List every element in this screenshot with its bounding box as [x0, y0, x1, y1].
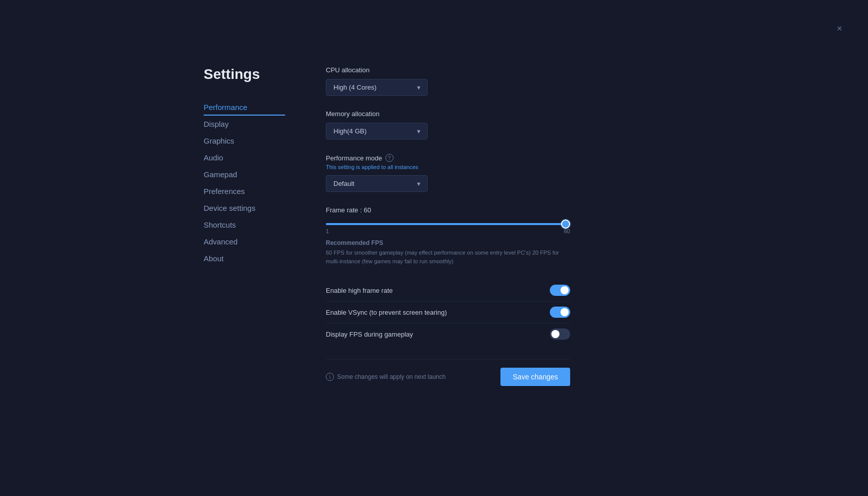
- footer-row: i Some changes will apply on next launch…: [326, 359, 570, 386]
- sidebar-item-display[interactable]: Display: [204, 116, 285, 132]
- frame-rate-slider-container: 1 60: [326, 218, 570, 234]
- memory-allocation-wrapper: High(4 GB) Low(1 GB) Medium(2 GB) Ultra(…: [326, 123, 428, 140]
- memory-allocation-section: Memory allocation High(4 GB) Low(1 GB) M…: [326, 110, 570, 140]
- performance-mode-help-icon[interactable]: ?: [385, 154, 394, 162]
- sidebar-item-audio[interactable]: Audio: [204, 149, 285, 166]
- footer-note: i Some changes will apply on next launch: [326, 373, 445, 381]
- cpu-allocation-select[interactable]: High (4 Cores) Low (1 Core) Medium (2 Co…: [326, 79, 428, 96]
- performance-mode-subtext: This setting is applied to all instances: [326, 164, 570, 170]
- sidebar: Settings Performance Display Graphics Au…: [204, 66, 285, 386]
- memory-allocation-label: Memory allocation: [326, 110, 570, 118]
- toggle-row-vsync: Enable VSync (to prevent screen tearing): [326, 301, 570, 323]
- sidebar-item-gamepad[interactable]: Gamepad: [204, 166, 285, 183]
- toggle-row-display-fps: Display FPS during gameplay: [326, 323, 570, 345]
- page-title: Settings: [204, 66, 285, 82]
- recommended-fps-desc: 60 FPS for smoother gameplay (may effect…: [326, 249, 570, 265]
- frame-rate-slider[interactable]: [326, 223, 570, 225]
- footer-note-text: Some changes will apply on next launch: [337, 373, 445, 380]
- close-icon: ×: [837, 23, 843, 34]
- recommended-fps-section: Recommended FPS 60 FPS for smoother game…: [326, 239, 570, 265]
- slider-min-label: 1: [326, 228, 329, 234]
- vsync-toggle[interactable]: [550, 307, 570, 318]
- close-button[interactable]: ×: [833, 22, 846, 35]
- cpu-allocation-wrapper: High (4 Cores) Low (1 Core) Medium (2 Co…: [326, 79, 428, 96]
- sidebar-item-preferences[interactable]: Preferences: [204, 183, 285, 200]
- sidebar-item-device-settings[interactable]: Device settings: [204, 200, 285, 216]
- sidebar-item-graphics[interactable]: Graphics: [204, 132, 285, 149]
- cpu-allocation-section: CPU allocation High (4 Cores) Low (1 Cor…: [326, 66, 570, 96]
- vsync-label: Enable VSync (to prevent screen tearing): [326, 309, 447, 316]
- high-frame-rate-label: Enable high frame rate: [326, 287, 393, 294]
- performance-mode-section: Performance mode ? This setting is appli…: [326, 154, 570, 192]
- performance-mode-wrapper: Default High Performance Power Saving ▼: [326, 175, 428, 192]
- sidebar-item-performance[interactable]: Performance: [204, 99, 285, 116]
- sidebar-item-shortcuts[interactable]: Shortcuts: [204, 216, 285, 233]
- high-frame-rate-toggle[interactable]: [550, 285, 570, 296]
- display-fps-label: Display FPS during gameplay: [326, 330, 413, 338]
- slider-max-label: 60: [564, 228, 570, 234]
- frame-rate-label: Frame rate : 60: [326, 206, 371, 214]
- toggle-row-high-frame-rate: Enable high frame rate: [326, 280, 570, 301]
- display-fps-toggle[interactable]: [550, 328, 570, 340]
- recommended-fps-title: Recommended FPS: [326, 239, 570, 246]
- save-changes-button[interactable]: Save changes: [500, 368, 570, 386]
- performance-mode-label: Performance mode ?: [326, 154, 570, 162]
- footer-info-icon: i: [326, 373, 334, 381]
- performance-mode-select[interactable]: Default High Performance Power Saving: [326, 175, 428, 192]
- frame-rate-section: Frame rate : 60 1 60 Recommended FPS 60 …: [326, 206, 570, 265]
- memory-allocation-select[interactable]: High(4 GB) Low(1 GB) Medium(2 GB) Ultra(…: [326, 123, 428, 140]
- sidebar-item-advanced[interactable]: Advanced: [204, 233, 285, 250]
- sidebar-item-about[interactable]: About: [204, 250, 285, 267]
- main-content: CPU allocation High (4 Cores) Low (1 Cor…: [326, 66, 570, 386]
- cpu-allocation-label: CPU allocation: [326, 66, 570, 74]
- toggles-section: Enable high frame rate Enable VSync (to …: [326, 280, 570, 345]
